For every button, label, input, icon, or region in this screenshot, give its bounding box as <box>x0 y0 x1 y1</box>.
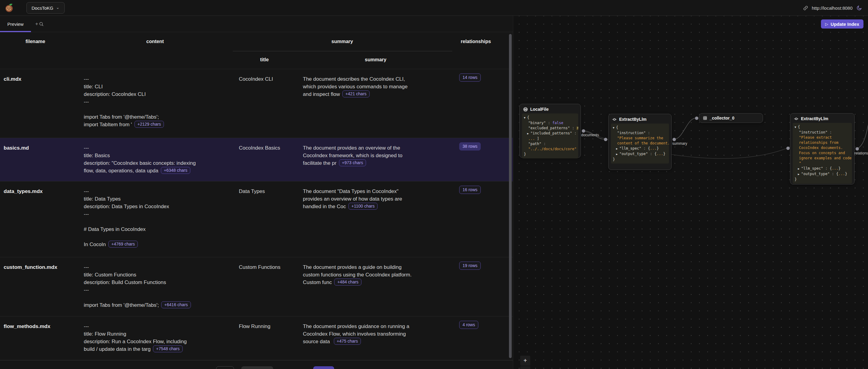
node-title: LocalFile <box>530 107 549 112</box>
cell-summary: The document "Data Types in CocoIndex" p… <box>303 188 444 210</box>
flow-canvas[interactable]: ▷ Update Index LocalFile ▼ { "binary" : … <box>513 16 868 369</box>
cell-summary: The document provides a guide on buildin… <box>303 264 444 286</box>
pagination-button-outline[interactable] <box>216 366 234 369</box>
node-header: ExtractByLlm <box>609 114 671 124</box>
input-handle-collector[interactable] <box>695 117 699 120</box>
zoom-in-button[interactable]: + <box>520 356 530 366</box>
function-icon <box>794 117 799 121</box>
cell-content: --- title: Basics description: "CocoInde… <box>84 144 237 175</box>
function-icon <box>612 117 617 122</box>
source-icon <box>523 107 528 112</box>
column-header-filename: filename <box>26 39 45 44</box>
search-icon <box>39 22 44 26</box>
link-icon <box>803 5 808 11</box>
summary-group-divider <box>233 51 452 51</box>
cell-content: --- title: CLI description: CocoIndex CL… <box>84 75 237 128</box>
summary-more-chars-badge[interactable]: +421 chars <box>342 90 370 97</box>
cell-title: Data Types <box>239 188 300 195</box>
pagination-button-gray[interactable] <box>241 366 273 369</box>
node-json-body: ▼ { "instruction" : "Please extract rela… <box>793 123 852 184</box>
node-header: ExtractByLlm <box>790 114 854 123</box>
moon-icon[interactable] <box>856 5 862 11</box>
cell-relationships: 19 rows <box>459 262 481 270</box>
cell-summary: The document provides guidance on runnin… <box>303 322 444 345</box>
content-more-chars-badge[interactable]: +4769 chars <box>108 241 138 248</box>
play-icon: ▷ <box>825 22 828 26</box>
summary-more-chars-badge[interactable]: +475 chars <box>334 338 361 345</box>
input-handle-extract-relationships[interactable] <box>786 147 790 150</box>
add-search-button[interactable]: + <box>35 16 44 32</box>
content-more-chars-badge[interactable]: +2129 chars <box>134 121 164 128</box>
cell-filename: cli.mdx <box>4 75 22 83</box>
top-bar-right: http://localhost:8080 <box>803 0 868 16</box>
collector-icon <box>703 116 707 120</box>
handle-label-summary: summary <box>672 142 687 146</box>
table-row[interactable]: flow_methods.mdx --- title: Flow Running… <box>0 316 513 360</box>
chevron-down-icon: ⌄ <box>56 5 60 10</box>
input-handle-extract-summary[interactable] <box>604 138 607 141</box>
table-row-selected[interactable]: basics.md --- title: Basics description:… <box>0 138 513 181</box>
edge <box>674 118 696 139</box>
relationships-rows-badge[interactable]: 19 rows <box>459 262 481 270</box>
tab-bar: Preview + <box>0 16 513 32</box>
handle-label-documents: documents <box>581 133 599 137</box>
relationships-rows-badge[interactable]: 14 rows <box>459 73 481 82</box>
plus-icon: + <box>35 21 38 27</box>
node-title: _collector_0 <box>710 116 735 120</box>
update-index-button[interactable]: ▷ Update Index <box>821 20 863 29</box>
content-more-chars-badge[interactable]: +6348 chars <box>161 167 190 174</box>
cell-content: --- title: Flow Running description: Run… <box>84 322 237 353</box>
zoom-out-button[interactable]: − <box>520 366 530 369</box>
pagination-button-primary[interactable] <box>313 366 334 369</box>
cell-relationships: 4 rows <box>459 321 478 329</box>
table-row[interactable]: custom_function.mdx --- title: Custom Fu… <box>0 257 513 316</box>
table-header: filename content summary relationships t… <box>0 32 513 69</box>
content-text: --- title: CLI description: CocoIndex CL… <box>84 76 159 127</box>
output-handle-relationships[interactable] <box>856 147 859 151</box>
summary-more-chars-badge[interactable]: +1100 chars <box>348 203 377 210</box>
server-url: http://localhost:8080 <box>812 5 852 11</box>
cell-filename: data_types.mdx <box>4 188 43 195</box>
tab-preview[interactable]: Preview <box>0 16 31 32</box>
node-title: ExtractByLlm <box>619 117 646 122</box>
node-collector-0[interactable]: _collector_0 <box>699 113 763 123</box>
node-extractbyllm-relationships[interactable]: ExtractByLlm ▼ { "instruction" : "Please… <box>790 113 855 185</box>
edge <box>857 120 868 149</box>
table-row[interactable]: data_types.mdx --- title: Data Types des… <box>0 181 513 257</box>
node-header: LocalFile <box>520 104 581 114</box>
column-header-title: title <box>260 57 269 63</box>
flow-selector-button[interactable]: DocsToKG ⌄ <box>26 2 65 14</box>
output-handle-documents[interactable] <box>582 129 585 133</box>
cell-title: Custom Functions <box>239 264 300 271</box>
content-more-chars-badge[interactable]: +7548 chars <box>153 345 182 352</box>
cell-relationships: 14 rows <box>459 73 481 82</box>
relationships-rows-badge[interactable]: 4 rows <box>459 321 478 329</box>
tab-preview-label: Preview <box>7 22 23 27</box>
cell-title: CocoIndex CLI <box>239 75 300 83</box>
node-header: _collector_0 <box>699 114 763 122</box>
table-scrollbar-thumb[interactable] <box>509 34 512 358</box>
cell-filename: flow_methods.mdx <box>4 322 51 330</box>
cell-title: CocoIndex Basics <box>239 144 300 152</box>
top-bar: DocsToKG ⌄ http://localhost:8080 <box>0 0 868 16</box>
cell-relationships: 38 rows <box>459 142 481 151</box>
node-json-body: ▼ { "binary" : false "excluded_patterns"… <box>522 114 578 158</box>
table-row[interactable]: cli.mdx --- title: CLI description: Coco… <box>0 69 513 138</box>
summary-more-chars-badge[interactable]: +973 chars <box>339 159 366 166</box>
column-header-relationships: relationships <box>461 39 491 44</box>
cell-relationships: 16 rows <box>459 186 481 194</box>
flow-edges <box>513 16 868 369</box>
node-localfile[interactable]: LocalFile ▼ { "binary" : false "excluded… <box>519 104 581 158</box>
cell-summary: The document provides an overview of the… <box>303 144 444 167</box>
node-extractbyllm-summary[interactable]: ExtractByLlm ▼ { "instruction" : "Please… <box>608 114 672 170</box>
content-more-chars-badge[interactable]: +6416 chars <box>161 301 191 308</box>
column-header-content: content <box>146 39 164 44</box>
handle-label-relationships: relationships <box>854 151 868 155</box>
relationships-rows-badge[interactable]: 38 rows <box>459 142 481 151</box>
cocoindex-logo-icon <box>4 3 14 13</box>
pagination-bar <box>0 360 513 369</box>
column-header-summary: summary <box>365 57 386 63</box>
output-handle-summary[interactable] <box>673 138 676 141</box>
relationships-rows-badge[interactable]: 16 rows <box>459 186 481 194</box>
summary-more-chars-badge[interactable]: +484 chars <box>334 279 362 285</box>
